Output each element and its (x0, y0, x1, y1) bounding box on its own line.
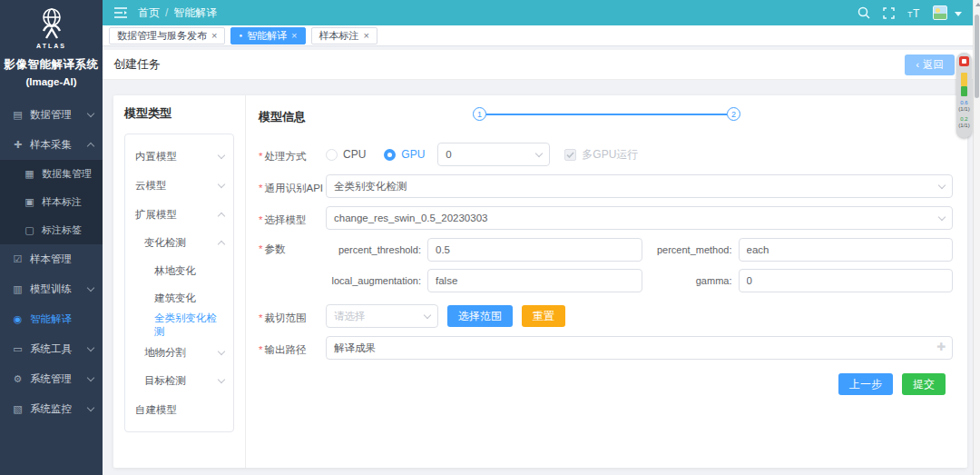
back-arrow-icon: ‹ (916, 59, 919, 70)
param-name-gamma: gamma: (649, 275, 732, 286)
tools-icon: ▭ (12, 343, 24, 355)
percent-threshold-input[interactable] (427, 238, 642, 262)
select-range-button[interactable]: 选择范围 (447, 305, 513, 327)
tree-item-land-segmentation[interactable]: 地物分割 (125, 339, 233, 367)
logo-name: ATLAS (0, 43, 103, 49)
tree-item-all-class-change-detection[interactable]: 全类别变化检测 (125, 312, 233, 339)
tree-item-building-change[interactable]: 建筑变化 (125, 284, 233, 312)
gpu-radio[interactable]: GPU (384, 148, 425, 161)
font-size-icon[interactable]: TT (907, 6, 921, 20)
breadcrumb: 首页 / 智能解译 (138, 5, 217, 21)
submit-button[interactable]: 提交 (902, 373, 946, 395)
widget-green-bar (961, 86, 967, 96)
reset-button[interactable]: 重置 (522, 305, 565, 327)
required-asterisk: * (259, 214, 262, 225)
back-button[interactable]: ‹ 返回 (905, 54, 955, 75)
chevron-down-icon (218, 376, 225, 383)
sidebar-item-intelligent-interpretation[interactable]: ◉ 智能解译 (0, 304, 103, 334)
page-scrollbar[interactable] (973, 0, 980, 475)
close-icon[interactable]: × (364, 30, 369, 41)
tree-item-forest-change[interactable]: 林地变化 (125, 257, 233, 284)
sidebar-item-sample-annotation[interactable]: ▣ 样本标注 (0, 188, 103, 216)
tree-item-cloud-model[interactable]: 云模型 (125, 171, 233, 200)
model-select[interactable]: change_res_swin_0.5_20230303 (326, 206, 953, 230)
output-path-input[interactable] (326, 336, 953, 360)
tree-item-extended-model[interactable]: 扩展模型 (125, 200, 233, 229)
required-asterisk: * (259, 243, 262, 254)
model-training-icon: ▥ (12, 283, 24, 295)
hamburger-menu-icon[interactable] (113, 6, 127, 20)
required-asterisk: * (259, 344, 262, 355)
output-path-row: *输出路径 ✚ (259, 336, 953, 360)
sidebar-menu: ▤ 数据管理 ✚ 样本采集 ▦ 数据集管理 ▣ 样本标注 ▢ 标注标签 ☑ (0, 100, 103, 424)
chevron-down-icon (87, 374, 94, 381)
avatar[interactable] (933, 5, 947, 20)
sample-collection-icon: ✚ (12, 139, 24, 151)
search-icon[interactable] (857, 6, 870, 20)
tab-intelligent-interpretation[interactable]: ● 智能解译 × (230, 27, 305, 45)
model-select-row: *选择模型 change_res_swin_0.5_20230303 (259, 206, 953, 230)
tab-sample-annotation[interactable]: 样本标注 × (311, 27, 377, 45)
extension-badge-icon[interactable] (959, 56, 969, 66)
input-suffix-icon[interactable]: ✚ (936, 341, 946, 353)
chevron-down-icon (87, 110, 94, 117)
scrollbar-up-arrow-icon[interactable] (975, 3, 980, 6)
user-dropdown-caret-icon[interactable] (955, 6, 962, 19)
main-area: 首页 / 智能解译 TT 数据管理与服务发布 × ● 智能 (103, 0, 973, 475)
gpu-index-select[interactable]: 0 (437, 143, 550, 166)
create-task-form: *处理方式 CPU GPU (259, 143, 953, 395)
api-select[interactable]: 全类别变化检测 (326, 174, 953, 198)
sidebar-item-model-training[interactable]: ▥ 模型训练 (0, 274, 103, 304)
tree-item-custom-model[interactable]: 自建模型 (125, 395, 233, 424)
step-1-indicator: 1 (473, 107, 486, 121)
interpretation-icon: ◉ (12, 313, 24, 325)
widget-readout-1: 0.6 (1/1) (958, 100, 969, 113)
previous-step-button[interactable]: 上一步 (838, 373, 893, 395)
scrollbar-thumb[interactable] (975, 15, 979, 98)
percent-method-input[interactable] (739, 238, 954, 262)
sidebar-item-sample-collection[interactable]: ✚ 样本采集 (0, 130, 103, 160)
gamma-input[interactable] (739, 269, 954, 292)
breadcrumb-home[interactable]: 首页 (138, 5, 160, 21)
tree-item-object-detection[interactable]: 目标检测 (125, 367, 233, 395)
tab-data-management-publish[interactable]: 数据管理与服务发布 × (109, 27, 225, 45)
model-type-panel: 模型类型 内置模型 云模型 扩展模型 变化检测 (113, 95, 246, 468)
chevron-up-icon (218, 212, 225, 219)
breadcrumb-current: 智能解译 (173, 5, 217, 21)
page-title: 创建任务 (113, 56, 161, 73)
browser-extension-widget[interactable]: 0.6 (1/1) 0.2 (1/1) (956, 53, 972, 138)
sidebar-item-system-tools[interactable]: ▭ 系统工具 (0, 334, 103, 364)
sidebar-item-dataset-management[interactable]: ▦ 数据集管理 (0, 160, 103, 188)
crop-range-select[interactable]: 请选择 (326, 304, 438, 328)
page-title-bar: 创建任务 ‹ 返回 (103, 50, 973, 80)
chevron-down-icon (218, 180, 225, 187)
model-type-title: 模型类型 (124, 105, 245, 122)
required-asterisk: * (259, 151, 262, 162)
close-icon[interactable]: × (291, 30, 297, 41)
param-name-local-augmentation: local_augmentation: (326, 275, 421, 286)
cpu-radio[interactable]: CPU (326, 148, 366, 161)
sidebar-item-data-management[interactable]: ▤ 数据管理 (0, 100, 103, 130)
step-2-indicator: 2 (727, 107, 740, 121)
open-tabs-bar: 数据管理与服务发布 × ● 智能解译 × 样本标注 × (103, 25, 973, 46)
chevron-down-icon (218, 151, 225, 158)
sidebar-item-system-monitoring[interactable]: ▧ 系统监控 (0, 394, 103, 424)
params-row: *参数 percent_threshold: percent_method: l… (259, 238, 953, 292)
sidebar-item-annotation-tags[interactable]: ▢ 标注标签 (0, 216, 103, 244)
sidebar-item-system-management[interactable]: ⚙ 系统管理 (0, 364, 103, 394)
fullscreen-icon[interactable] (882, 6, 896, 20)
svg-text:T: T (913, 7, 920, 19)
chevron-down-icon (87, 284, 94, 292)
sidebar-item-sample-management[interactable]: ☑ 样本管理 (0, 244, 103, 274)
required-asterisk: * (259, 312, 262, 323)
multi-gpu-checkbox[interactable]: 多GPU运行 (564, 147, 638, 163)
content-area: 模型类型 内置模型 云模型 扩展模型 变化检测 (103, 81, 973, 475)
active-tab-dot-icon: ● (239, 33, 242, 38)
tree-item-change-detection[interactable]: 变化检测 (125, 229, 233, 257)
widget-readout-2: 0.2 (1/1) (958, 116, 969, 129)
local-augmentation-input[interactable] (427, 269, 642, 292)
chevron-up-icon (218, 241, 225, 248)
close-icon[interactable]: × (211, 30, 217, 41)
logo-block: ATLAS 影像智能解译系统 (Image-AI) (0, 0, 103, 87)
tree-item-builtin-model[interactable]: 内置模型 (125, 142, 233, 171)
